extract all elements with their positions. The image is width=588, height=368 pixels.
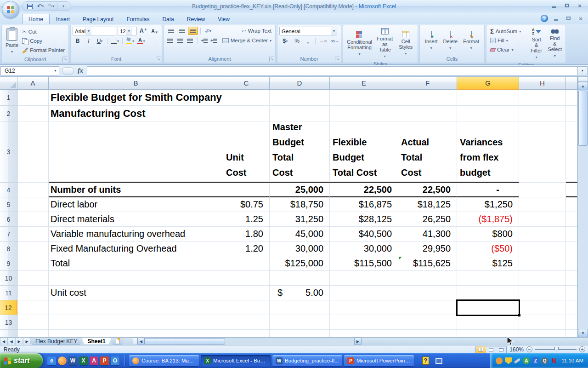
underline-button[interactable]: U▾ [95, 37, 105, 45]
cell-E4[interactable]: 22,500 [330, 183, 398, 197]
cell-A13[interactable] [17, 315, 49, 330]
tray-zonealarm-icon[interactable]: Z [532, 357, 539, 364]
cell-G5[interactable]: $1,250 [457, 197, 519, 212]
cell-C9[interactable] [223, 256, 270, 271]
expand-formula-bar-button[interactable]: ▾ [577, 66, 588, 75]
bottom-align-button[interactable] [188, 27, 198, 35]
ribbon-tab-insert[interactable]: Insert [50, 14, 76, 24]
cell-A2[interactable] [17, 106, 49, 121]
cell-E9[interactable]: $115,500 [330, 256, 398, 271]
alignment-dialog-launcher[interactable]: ↘ [269, 57, 274, 62]
cell-G1[interactable] [457, 90, 519, 106]
align-left-button[interactable] [166, 36, 175, 45]
cell-A5[interactable] [17, 197, 49, 212]
cell-D13[interactable] [270, 315, 330, 330]
formula-input[interactable] [87, 66, 577, 75]
quick-launch-powerpoint-icon[interactable]: P [100, 356, 109, 365]
zoom-slider-thumb[interactable] [554, 347, 559, 352]
cell-E10[interactable] [330, 271, 398, 286]
vertical-scrollbar[interactable]: ▲ ▼ [577, 77, 588, 337]
cell-H12[interactable] [519, 300, 566, 315]
selected-cell-outline[interactable] [456, 299, 520, 316]
orientation-button[interactable]: ab▾ [203, 27, 213, 35]
accounting-format-button[interactable]: $▾ [279, 37, 291, 45]
cell-A10[interactable] [17, 271, 49, 286]
vertical-split-handle[interactable] [578, 77, 588, 82]
vertical-scroll-track[interactable] [578, 146, 588, 329]
cell-H1[interactable] [519, 90, 566, 106]
display-settings-icon[interactable] [435, 358, 442, 364]
bold-button[interactable]: B [73, 37, 83, 45]
cell-A8[interactable] [17, 242, 49, 256]
ribbon-tab-review[interactable]: Review [181, 14, 211, 24]
increase-decimal-button[interactable]: ←.0 [318, 37, 328, 45]
horizontal-scroll-track[interactable] [145, 338, 354, 345]
cell-F10[interactable] [398, 271, 457, 286]
column-header-C[interactable]: C [223, 77, 270, 90]
cell-E13[interactable] [330, 315, 398, 330]
align-center-button[interactable] [176, 36, 185, 45]
comma-style-button[interactable]: , [303, 37, 313, 45]
tray-antivirus-icon[interactable]: A [523, 357, 530, 364]
borders-button[interactable]: ▾ [110, 37, 120, 45]
ribbon-tab-page-layout[interactable]: Page Layout [76, 14, 120, 24]
cell-F9[interactable]: $115,625 [398, 256, 457, 271]
cell-D6[interactable]: 31,250 [270, 212, 330, 227]
cell-D5[interactable]: $18,750 [270, 197, 330, 212]
cell-C6[interactable]: 1.25 [223, 212, 270, 227]
sheet-tab-flex-budget-key[interactable]: Flex Budget KEY [29, 338, 83, 345]
cell-F1[interactable] [398, 90, 457, 106]
help-button[interactable]: ? [541, 15, 548, 22]
row-header-7[interactable]: 7 [0, 227, 17, 242]
cell-G11[interactable] [457, 286, 519, 300]
column-header-E[interactable]: E [330, 77, 398, 90]
sheet-tab-sheet1[interactable]: Sheet1 [81, 338, 111, 345]
taskbar-button-powerpoint-window[interactable]: PMicrosoft PowerPoint ... [344, 355, 414, 366]
merge-center-button[interactable]: ↔Merge & Center▾ [220, 36, 273, 45]
cell-B4[interactable]: Number of units [49, 183, 223, 197]
cell-H3[interactable] [519, 121, 566, 183]
scroll-right-button[interactable]: ▶ [354, 338, 362, 345]
cell-styles-button[interactable]: Cell Styles ▾ [396, 27, 416, 61]
sort-filter-button[interactable]: AZ Sort & Filter ▾ [528, 27, 544, 62]
decrease-decimal-button[interactable]: .00→ [329, 37, 339, 45]
cell-D2[interactable] [270, 106, 330, 121]
cell-C5[interactable]: $0.75 [223, 197, 270, 212]
scroll-up-button[interactable]: ▲ [578, 82, 588, 90]
column-header-D[interactable]: D [270, 77, 330, 90]
zoom-slider-track[interactable] [535, 349, 577, 350]
italic-button[interactable]: I [84, 37, 94, 45]
cell-H5[interactable] [519, 197, 566, 212]
cell-H13[interactable] [519, 315, 566, 330]
cell-C12[interactable] [223, 300, 270, 315]
cell-F2[interactable] [398, 106, 457, 121]
cell-C13[interactable] [223, 315, 270, 330]
middle-align-button[interactable] [177, 27, 187, 35]
cell-A6[interactable] [17, 212, 49, 227]
name-box[interactable]: G12 ▼ [0, 66, 59, 75]
cell-B11[interactable]: Unit cost [49, 286, 223, 300]
minimize-button[interactable] [549, 2, 559, 9]
row-header-8[interactable]: 8 [0, 242, 17, 256]
normal-view-button[interactable] [476, 346, 486, 353]
zoom-level[interactable]: 160% [509, 346, 524, 353]
cell-F11[interactable] [398, 286, 457, 300]
cell-E6[interactable]: $28,125 [330, 212, 398, 227]
name-box-dropdown-icon[interactable]: ▼ [52, 67, 59, 75]
vertical-scroll-thumb[interactable] [578, 91, 588, 146]
start-button[interactable]: start [0, 353, 43, 368]
first-sheet-button[interactable]: ◀ [0, 338, 8, 345]
close-button[interactable]: × [575, 2, 584, 9]
quick-launch-internet-explorer-icon[interactable]: e [47, 356, 56, 365]
cell-A4[interactable] [17, 183, 49, 197]
cell-C8[interactable]: 1.20 [223, 242, 270, 256]
cell-E5[interactable]: $16,875 [330, 197, 398, 212]
cell-F4[interactable]: 22,500 [398, 183, 457, 197]
shrink-font-button[interactable]: A▼ [150, 27, 160, 35]
format-as-table-button[interactable]: Format as Table ▾ [375, 27, 395, 61]
ribbon-tab-data[interactable]: Data [156, 14, 180, 24]
percent-style-button[interactable]: % [292, 37, 302, 45]
delete-cells-button[interactable]: × Delete ▾ [441, 27, 459, 56]
cell-G13[interactable] [457, 315, 519, 330]
quick-launch-excel-icon[interactable]: X [79, 356, 88, 365]
